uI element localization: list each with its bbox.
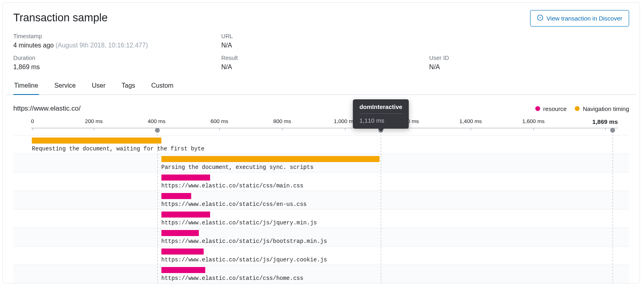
ruler-tick: 200 ms: [85, 118, 103, 124]
waterfall-row[interactable]: Parsing the document, executing sync. sc…: [13, 154, 629, 172]
waterfall: Requesting the document, waiting for the…: [13, 135, 629, 283]
tooltip-value: 1,110 ms: [359, 117, 402, 124]
waterfall-row[interactable]: https://www.elastic.co/static/css/main.c…: [13, 172, 629, 191]
userid-label: User ID: [429, 55, 629, 61]
ruler-tick: 0: [31, 118, 34, 124]
marker-knob-icon[interactable]: [155, 128, 160, 133]
meta-userid: User ID N/A: [429, 55, 629, 71]
timeline-title: https://www.elastic.co/: [13, 105, 80, 113]
span-bar[interactable]: [161, 175, 210, 181]
span-bar[interactable]: [161, 156, 380, 162]
marker-tooltip: domInteractive1,110 ms: [353, 99, 409, 129]
span-bar[interactable]: [161, 267, 205, 273]
timeline-header: https://www.elastic.co/ resource Navigat…: [6, 95, 636, 118]
span-label: https://www.elastic.co/static/js/jquery.…: [161, 257, 327, 263]
duration-label: Duration: [13, 55, 213, 61]
ruler-track: 0200 ms400 ms600 ms800 ms1,000 ms1,200 m…: [31, 118, 618, 135]
legend: resource Navigation timing: [535, 105, 629, 112]
span-bar[interactable]: [161, 230, 199, 236]
tabs: Timeline Service User Tags Custom: [6, 78, 636, 95]
span-bar[interactable]: [161, 249, 204, 255]
ruler-tick: 800 ms: [273, 118, 291, 124]
legend-navigation-timing: Navigation timing: [575, 105, 629, 112]
ruler-tick: 400 ms: [148, 118, 165, 124]
meta-grid: Timestamp 4 minutes ago (August 9th 2018…: [6, 33, 636, 78]
span-bar[interactable]: [161, 212, 210, 218]
span-label: https://www.elastic.co/static/js/bootstr…: [161, 238, 327, 244]
tooltip-title: domInteractive: [359, 103, 402, 114]
ruler-tick: 1,400 ms: [459, 118, 482, 124]
meta-result: Result N/A: [221, 55, 421, 71]
waterfall-row[interactable]: https://www.elastic.co/static/js/jquery.…: [13, 246, 629, 265]
waterfall-row[interactable]: https://www.elastic.co/static/css/home.c…: [13, 265, 629, 283]
tab-timeline[interactable]: Timeline: [13, 78, 39, 95]
meta-timestamp: Timestamp 4 minutes ago (August 9th 2018…: [13, 33, 213, 49]
dot-icon: [535, 106, 540, 111]
panel-header: Transaction sample View transaction in D…: [6, 10, 636, 33]
span-label: Requesting the document, waiting for the…: [32, 146, 204, 152]
timestamp-value: 4 minutes ago (August 9th 2018, 10:16:12…: [13, 42, 213, 49]
dot-icon: [575, 106, 580, 111]
timeline-area: 0200 ms400 ms600 ms800 ms1,000 ms1,200 m…: [6, 118, 636, 283]
span-label: https://www.elastic.co/static/css/en-us.…: [161, 201, 307, 207]
meta-duration: Duration 1,869 ms: [13, 55, 213, 71]
waterfall-row[interactable]: https://www.elastic.co/static/css/en-us.…: [13, 191, 629, 209]
tab-custom[interactable]: Custom: [151, 78, 174, 95]
legend-resource: resource: [535, 105, 567, 112]
view-in-discover-button[interactable]: View transaction in Discover: [530, 10, 629, 27]
url-value: N/A: [221, 42, 421, 49]
ruler-tick: 1,869 ms: [592, 118, 618, 125]
url-label: URL: [221, 33, 421, 39]
tab-tags[interactable]: Tags: [121, 78, 136, 95]
waterfall-row[interactable]: https://www.elastic.co/static/js/jquery.…: [13, 209, 629, 228]
span-bar[interactable]: [161, 193, 191, 199]
waterfall-row[interactable]: Requesting the document, waiting for the…: [13, 135, 629, 154]
ruler-tick: 600 ms: [211, 118, 228, 124]
waterfall-row[interactable]: https://www.elastic.co/static/js/bootstr…: [13, 228, 629, 246]
compass-icon: [537, 14, 543, 22]
ruler-tick: 1,600 ms: [522, 118, 545, 124]
page-title: Transaction sample: [13, 12, 108, 24]
marker-knob-icon[interactable]: [610, 128, 615, 133]
span-bar[interactable]: [32, 138, 161, 144]
span-label: https://www.elastic.co/static/css/main.c…: [161, 183, 303, 189]
timestamp-label: Timestamp: [13, 33, 213, 39]
discover-button-label: View transaction in Discover: [547, 15, 622, 22]
span-label: https://www.elastic.co/static/js/jquery.…: [161, 220, 317, 226]
transaction-sample-panel: Transaction sample View transaction in D…: [2, 2, 640, 283]
result-value: N/A: [221, 64, 421, 71]
meta-url: URL N/A: [221, 33, 421, 49]
span-label: https://www.elastic.co/static/css/home.c…: [161, 275, 303, 281]
userid-value: N/A: [429, 64, 629, 71]
ruler: 0200 ms400 ms600 ms800 ms1,000 ms1,200 m…: [13, 118, 629, 135]
ruler-line: [31, 128, 618, 128]
result-label: Result: [221, 55, 421, 61]
duration-value: 1,869 ms: [13, 64, 213, 71]
tab-user[interactable]: User: [91, 78, 106, 95]
tab-service[interactable]: Service: [54, 78, 76, 95]
span-label: Parsing the document, executing sync. sc…: [161, 164, 314, 170]
